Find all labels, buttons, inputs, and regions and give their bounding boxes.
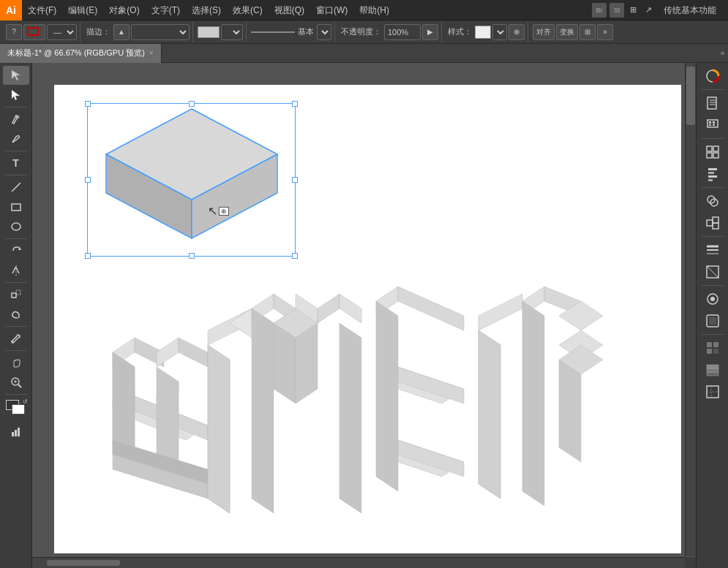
- line-select[interactable]: [317, 24, 331, 40]
- opacity-expand-btn[interactable]: ▶: [422, 24, 438, 40]
- arrange-btn[interactable]: ⊞: [579, 24, 596, 40]
- vertical-scrollbar[interactable]: [685, 63, 696, 556]
- svg-marker-57: [479, 294, 522, 330]
- svg-marker-38: [208, 345, 230, 513]
- type-tool[interactable]: T: [3, 154, 29, 173]
- graphic-styles-btn[interactable]: [699, 311, 726, 331]
- appearance-panel-btn[interactable]: [699, 289, 726, 309]
- selection-tool[interactable]: [3, 66, 29, 85]
- fill-select[interactable]: [221, 24, 243, 40]
- canvas-area[interactable]: ↖ ⊕: [32, 63, 696, 568]
- transform-panel-btn[interactable]: [699, 142, 726, 162]
- chart-tool[interactable]: [3, 423, 29, 442]
- svg-rect-89: [713, 223, 718, 229]
- selected-object-group[interactable]: ↖ ⊕: [87, 103, 299, 260]
- svg-marker-59: [479, 330, 500, 499]
- align-panel-btn[interactable]: [699, 164, 726, 184]
- reflect-tool[interactable]: [3, 261, 29, 280]
- menu-view[interactable]: 视图(Q): [269, 0, 310, 20]
- menu-edit[interactable]: 编辑(E): [62, 0, 103, 20]
- pathfinder-panel-btn[interactable]: [699, 191, 726, 211]
- svg-marker-56: [376, 301, 398, 491]
- symbols-panel-btn[interactable]: [699, 338, 726, 358]
- scroll-thumb[interactable]: [686, 67, 695, 125]
- stroke-label: 描边：: [85, 26, 112, 37]
- tab-close-btn[interactable]: ×: [149, 49, 154, 57]
- fill-stroke-widget[interactable]: ↺: [3, 398, 29, 420]
- eyedropper-tool[interactable]: [3, 329, 29, 348]
- opacity-input[interactable]: [384, 24, 421, 40]
- right-sep-6: [702, 334, 724, 335]
- uimeir-3d-text: [98, 265, 667, 550]
- artboards-panel-btn[interactable]: [699, 382, 726, 402]
- stroke-up-btn[interactable]: ▲: [113, 24, 130, 40]
- export-panel-btn[interactable]: [699, 115, 726, 135]
- svg-marker-33: [157, 367, 179, 469]
- artboard: ↖ ⊕: [54, 85, 681, 553]
- layers-panel-btn[interactable]: [699, 360, 726, 380]
- svg-rect-84: [708, 179, 713, 181]
- svg-rect-9: [12, 293, 16, 298]
- direct-select-tool[interactable]: [3, 86, 29, 105]
- menu-select[interactable]: 选择(S): [186, 0, 227, 20]
- menu-effect[interactable]: 效果(C): [227, 0, 269, 20]
- horizontal-scrollbar[interactable]: [32, 557, 685, 568]
- hand-tool[interactable]: [3, 353, 29, 372]
- menu-text[interactable]: 文字(T): [146, 0, 186, 20]
- menu-bar: Ai 文件(F) 编辑(E) 对象(O) 文字(T) 选择(S) 效果(C) 视…: [0, 0, 728, 20]
- menu-object[interactable]: 对象(O): [103, 0, 145, 20]
- fill-color-box[interactable]: [198, 26, 219, 38]
- svg-rect-104: [707, 368, 718, 372]
- svg-rect-5: [12, 204, 20, 211]
- scale-tool[interactable]: [3, 285, 29, 304]
- stroke-color-btn[interactable]: [23, 24, 45, 40]
- right-sep-5: [702, 285, 724, 286]
- style-select[interactable]: [492, 24, 507, 40]
- tool-separator-6: [5, 326, 27, 327]
- tab-scroll-right[interactable]: »: [717, 49, 728, 57]
- workspace-icon: ⊞: [627, 5, 639, 15]
- ellipse-tool[interactable]: [3, 217, 29, 236]
- svg-rect-103: [707, 372, 718, 376]
- shapebuilder-btn[interactable]: [699, 213, 726, 233]
- stroke-type-select[interactable]: —: [47, 24, 77, 40]
- stock-icon[interactable]: St: [609, 3, 624, 18]
- rect-tool[interactable]: [3, 197, 29, 216]
- tool-separator-2: [5, 151, 27, 151]
- document-tab[interactable]: 未标题-1* @ 66.67% (RGB/GPU 预览) ×: [0, 44, 162, 63]
- hscroll-thumb[interactable]: [47, 560, 120, 566]
- menu-window[interactable]: 窗口(W): [310, 0, 353, 20]
- transform-btn[interactable]: 变换: [556, 24, 578, 40]
- canvas-scroll: ↖ ⊕: [32, 63, 696, 568]
- svg-rect-88: [713, 217, 718, 223]
- rotate-tool[interactable]: [3, 241, 29, 260]
- stroke-line-preview[interactable]: [251, 31, 295, 33]
- align-btn[interactable]: 对齐: [533, 24, 555, 40]
- style-color-box[interactable]: [475, 26, 491, 39]
- stroke-panel-btn[interactable]: [699, 240, 726, 260]
- svg-line-13: [18, 385, 21, 387]
- workspace-label[interactable]: 传统基本功能: [658, 0, 722, 20]
- line-tool[interactable]: [3, 178, 29, 197]
- pen-tool[interactable]: [3, 110, 29, 129]
- zoom-tool[interactable]: [3, 373, 29, 392]
- menu-file[interactable]: 文件(F): [22, 0, 62, 20]
- svg-marker-64: [522, 301, 544, 506]
- svg-marker-44: [339, 294, 361, 323]
- pencil-tool[interactable]: [3, 129, 29, 148]
- svg-point-96: [710, 297, 715, 301]
- color-panel-btn[interactable]: [699, 66, 726, 86]
- stroke-select[interactable]: [131, 24, 189, 40]
- bridge-icon[interactable]: Br: [592, 3, 607, 18]
- tool-separator-1: [5, 107, 27, 107]
- svg-marker-26: [179, 338, 208, 367]
- transparency-panel-btn[interactable]: [699, 262, 726, 282]
- more-btn[interactable]: »: [597, 24, 613, 40]
- help-button[interactable]: ?: [6, 24, 22, 40]
- style-options-btn[interactable]: ⊕: [509, 24, 525, 40]
- svg-rect-98: [709, 317, 716, 325]
- menu-help[interactable]: 帮助(H): [353, 0, 395, 20]
- pages-panel-btn[interactable]: [699, 93, 726, 113]
- warp-tool[interactable]: [3, 305, 29, 324]
- left-toolbar: T: [0, 63, 32, 568]
